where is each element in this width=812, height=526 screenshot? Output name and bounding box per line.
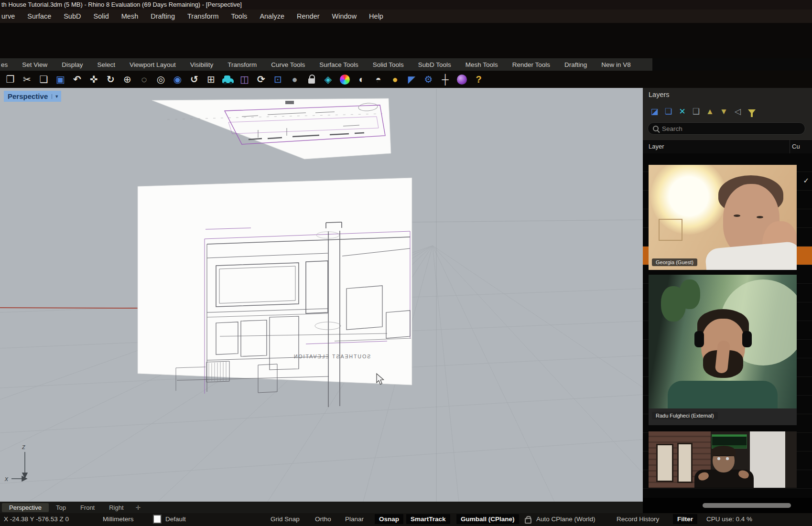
tab-mesh-tools[interactable]: Mesh Tools bbox=[458, 61, 505, 68]
menu-tools[interactable]: Tools bbox=[225, 12, 254, 20]
tab-select[interactable]: Select bbox=[90, 61, 123, 68]
menu-solid[interactable]: Solid bbox=[87, 12, 115, 20]
new-layer-icon[interactable]: ◪ bbox=[648, 105, 661, 118]
viewport-tab-right[interactable]: Right bbox=[102, 503, 130, 512]
collapse-icon[interactable]: ◁ bbox=[731, 105, 745, 118]
group-layer-icon[interactable]: ❑ bbox=[689, 105, 703, 118]
tab-curve-tools[interactable]: Curve Tools bbox=[264, 61, 312, 68]
cursor-coordinates: X -24.38 Y -576.53 Z 0 bbox=[4, 515, 69, 523]
orient-icon[interactable]: ⟳ bbox=[253, 72, 270, 87]
column-layer[interactable]: Layer bbox=[649, 143, 664, 150]
planar-toggle[interactable]: Planar bbox=[345, 515, 364, 523]
current-layer-check-icon[interactable]: ✓ bbox=[803, 176, 809, 185]
pan-icon[interactable]: ✜ bbox=[86, 72, 102, 87]
sun-icon[interactable]: ● bbox=[387, 72, 403, 87]
zoom-extents-icon[interactable]: ◉ bbox=[169, 72, 186, 87]
layer-filter-icon[interactable] bbox=[745, 105, 758, 118]
tab-set-view[interactable]: Set View bbox=[15, 61, 54, 68]
new-sublayer-icon[interactable]: ❏ bbox=[661, 105, 675, 118]
undo-icon[interactable]: ↶ bbox=[69, 72, 86, 87]
smarttrack-toggle[interactable]: SmartTrack bbox=[406, 514, 450, 524]
viewport-tab-front[interactable]: Front bbox=[73, 503, 102, 512]
menu-render[interactable]: Render bbox=[291, 12, 326, 20]
render-icon[interactable] bbox=[454, 72, 470, 87]
viewport-canvas[interactable]: z x Perspective ▼ SOUTHEAST ELEVATION bbox=[0, 88, 643, 502]
tab-transform[interactable]: Transform bbox=[220, 61, 264, 68]
tab-standard[interactable]: es bbox=[0, 61, 15, 68]
new-viewport-tab-icon[interactable]: ✛ bbox=[131, 504, 146, 511]
lightbulb-icon[interactable]: ● bbox=[286, 72, 303, 87]
zoom-window-icon[interactable]: ◌ bbox=[136, 72, 152, 87]
column-divider[interactable] bbox=[790, 140, 790, 153]
menu-subd[interactable]: SubD bbox=[57, 12, 87, 20]
gear-icon[interactable]: ⚙ bbox=[420, 72, 437, 87]
rotate-view-icon[interactable]: ↻ bbox=[102, 72, 119, 87]
color-wheel-icon[interactable] bbox=[336, 72, 353, 87]
tab-visibility[interactable]: Visibility bbox=[183, 61, 221, 68]
layer-search-input[interactable]: Search bbox=[648, 122, 805, 135]
funnel-shape bbox=[748, 109, 756, 114]
tab-solid-tools[interactable]: Solid Tools bbox=[366, 61, 411, 68]
viewport-title-chip[interactable]: Perspective ▼ bbox=[4, 91, 61, 102]
floorplan-picture-plane[interactable] bbox=[152, 98, 391, 159]
cut-icon[interactable]: ✂ bbox=[19, 72, 35, 87]
flag-icon[interactable]: ◤ bbox=[403, 72, 420, 87]
undo-view-icon[interactable]: ↺ bbox=[186, 72, 203, 87]
menu-curve[interactable]: urve bbox=[0, 12, 21, 20]
units-label[interactable]: Millimeters bbox=[103, 515, 134, 523]
viewport-tab-top[interactable]: Top bbox=[49, 503, 73, 512]
ortho-toggle[interactable]: Ortho bbox=[315, 515, 331, 523]
tab-surface-tools[interactable]: Surface Tools bbox=[312, 61, 366, 68]
menu-analyze[interactable]: Analyze bbox=[253, 12, 291, 20]
color-wheel-shape bbox=[340, 75, 350, 85]
open-file-icon[interactable]: ❐ bbox=[2, 72, 19, 87]
tab-new-in-v8[interactable]: New in V8 bbox=[594, 61, 638, 68]
menu-help[interactable]: Help bbox=[363, 12, 390, 20]
zoom-selected-icon[interactable]: ◎ bbox=[152, 72, 169, 87]
shaded-view-icon[interactable]: ◈ bbox=[320, 72, 336, 87]
participant-video-3[interactable] bbox=[649, 431, 797, 488]
move-up-icon[interactable]: ▲ bbox=[703, 105, 717, 118]
delete-layer-icon[interactable]: ✕ bbox=[675, 105, 689, 118]
menu-window[interactable]: Window bbox=[326, 12, 363, 20]
column-current[interactable]: Cu bbox=[792, 143, 800, 150]
menu-transform[interactable]: Transform bbox=[181, 12, 225, 20]
copy-icon[interactable]: ❏ bbox=[35, 72, 52, 87]
elevation-picture-plane[interactable] bbox=[138, 178, 412, 407]
layer-color-swatch[interactable] bbox=[153, 515, 162, 524]
auto-cplane-label[interactable]: Auto CPlane (World) bbox=[536, 515, 595, 523]
tab-display[interactable]: Display bbox=[54, 61, 90, 68]
menu-drafting[interactable]: Drafting bbox=[144, 12, 181, 20]
chevron-down-icon[interactable]: ▼ bbox=[52, 94, 61, 99]
record-history-toggle[interactable]: Record History bbox=[617, 515, 659, 523]
viewport-tab-perspective[interactable]: Perspective bbox=[2, 503, 49, 512]
viewport-layout-icon[interactable]: ⊞ bbox=[203, 72, 219, 87]
tab-drafting[interactable]: Drafting bbox=[557, 61, 594, 68]
help-icon[interactable]: ? bbox=[470, 72, 487, 87]
lock-status-icon[interactable] bbox=[525, 518, 531, 524]
osnap-toggle[interactable]: Osnap bbox=[375, 514, 403, 524]
select-points-icon[interactable]: ⊡ bbox=[270, 72, 286, 87]
cplane-icon[interactable]: ┼ bbox=[437, 72, 454, 87]
participant-video-2[interactable]: Radu Fulgheci (External) bbox=[649, 275, 797, 425]
sphere-wire-icon[interactable]: ◓ bbox=[370, 72, 387, 87]
tab-subd-tools[interactable]: SubD Tools bbox=[411, 61, 458, 68]
lock-icon[interactable] bbox=[303, 72, 320, 87]
zoom-icon[interactable]: ⊕ bbox=[119, 72, 136, 87]
filter-toggle[interactable]: Filter bbox=[673, 514, 697, 524]
current-layer-label[interactable]: Default bbox=[165, 515, 186, 523]
participant-video-1[interactable]: Georgia (Guest) bbox=[649, 165, 797, 270]
grid-snap-toggle[interactable]: Grid Snap bbox=[271, 515, 300, 523]
command-area[interactable] bbox=[0, 23, 812, 58]
move-down-icon[interactable]: ▼ bbox=[717, 105, 731, 118]
sphere-half-icon[interactable]: ◐ bbox=[353, 72, 370, 87]
car-icon[interactable] bbox=[219, 72, 236, 87]
menu-surface[interactable]: Surface bbox=[21, 12, 57, 20]
paste-icon[interactable]: ▣ bbox=[52, 72, 69, 87]
panel-horizontal-scrollbar[interactable] bbox=[703, 503, 791, 508]
tab-viewport-layout[interactable]: Viewport Layout bbox=[122, 61, 183, 68]
drape-icon[interactable]: ◫ bbox=[236, 72, 253, 87]
menu-mesh[interactable]: Mesh bbox=[115, 12, 144, 20]
gumball-toggle[interactable]: Gumball (CPlane) bbox=[456, 514, 519, 524]
tab-render-tools[interactable]: Render Tools bbox=[505, 61, 557, 68]
